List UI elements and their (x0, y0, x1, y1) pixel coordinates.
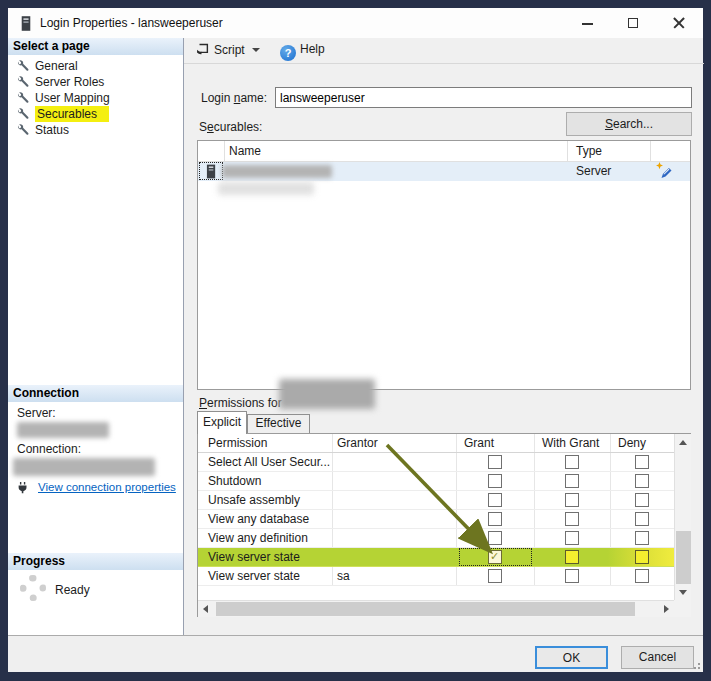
deny-checkbox[interactable] (635, 531, 649, 545)
script-button[interactable]: Script (192, 40, 264, 62)
column-header-name: Name (229, 144, 261, 158)
permission-row[interactable]: Unsafe assembly (198, 491, 674, 510)
grant-checkbox-checked[interactable] (488, 550, 502, 564)
close-button[interactable] (656, 8, 702, 38)
permissions-table: Permission Grantor Grant With Grant Deny… (197, 433, 691, 617)
sidebar: Select a page General Server Roles User … (8, 38, 183, 635)
deny-checkbox[interactable] (635, 569, 649, 583)
permissions-for-label: Permissions for (199, 396, 282, 410)
securables-label: Securables: (199, 120, 262, 134)
securable-row-server[interactable]: Server (198, 162, 690, 181)
deny-checkbox[interactable] (635, 512, 649, 526)
ok-button[interactable]: OK (535, 646, 608, 669)
grant-checkbox[interactable] (488, 474, 502, 488)
main-panel: Script ?Help Login name: Securables: Sea… (183, 38, 703, 635)
scroll-left-arrow-icon[interactable] (203, 605, 208, 613)
with-grant-checkbox[interactable] (565, 569, 579, 583)
script-button-label: Script (214, 43, 245, 57)
grant-checkbox[interactable] (488, 493, 502, 507)
tab-effective[interactable]: Effective (247, 414, 310, 433)
search-button[interactable]: Search... (566, 112, 692, 136)
select-a-page-header: Select a page (8, 38, 183, 55)
with-grant-checkbox[interactable] (565, 550, 579, 564)
deny-checkbox[interactable] (635, 550, 649, 564)
permission-row[interactable]: View server state sa (198, 567, 674, 586)
toolbar: Script ?Help (184, 38, 704, 64)
scroll-up-arrow-icon[interactable] (679, 440, 687, 445)
server-label: Server: (17, 406, 56, 420)
login-name-input[interactable] (275, 87, 692, 108)
column-header-grant: Grant (464, 436, 494, 450)
permission-row[interactable]: Select All User Secur... (198, 453, 674, 472)
server-icon (206, 164, 217, 179)
sidebar-item-label: User Mapping (35, 90, 110, 106)
deny-checkbox[interactable] (635, 493, 649, 507)
star-pencil-edit-icon[interactable] (655, 162, 673, 180)
redacted-securable-name (222, 165, 332, 178)
with-grant-checkbox[interactable] (565, 474, 579, 488)
wrench-icon (17, 91, 30, 104)
server-icon (20, 15, 32, 32)
sidebar-item-label: Server Roles (35, 74, 104, 90)
permission-row[interactable]: Shutdown (198, 472, 674, 491)
maximize-button[interactable] (610, 8, 656, 38)
horizontal-scrollbar[interactable] (198, 600, 674, 617)
grant-checkbox[interactable] (488, 569, 502, 583)
login-name-label: Login name: (201, 91, 267, 105)
scroll-down-arrow-icon[interactable] (679, 590, 687, 595)
footer: OK Cancel (8, 635, 703, 672)
vertical-scrollbar-thumb[interactable] (676, 531, 691, 584)
permission-row-view-server-state-highlighted[interactable]: View server state (198, 548, 674, 567)
permission-row[interactable]: View any database (198, 510, 674, 529)
progress-header: Progress (8, 553, 183, 570)
with-grant-checkbox[interactable] (565, 455, 579, 469)
with-grant-checkbox[interactable] (565, 531, 579, 545)
redacted-smudge (218, 182, 314, 195)
help-button-label: Help (300, 42, 325, 56)
deny-checkbox[interactable] (635, 474, 649, 488)
scroll-right-arrow-icon[interactable] (664, 605, 669, 613)
horizontal-scrollbar-thumb[interactable] (216, 602, 635, 616)
sidebar-item-label: Status (35, 122, 69, 138)
minimize-button[interactable] (564, 8, 610, 38)
wrench-icon (17, 59, 30, 72)
tab-explicit[interactable]: Explicit (197, 411, 247, 434)
vertical-scrollbar[interactable] (674, 434, 691, 600)
wrench-icon (17, 123, 30, 136)
permission-row[interactable]: View any definition (198, 529, 674, 548)
spinner-icon (20, 575, 46, 601)
securable-type: Server (576, 164, 611, 178)
grant-checkbox[interactable] (488, 455, 502, 469)
column-header-deny: Deny (618, 436, 646, 450)
deny-checkbox[interactable] (635, 455, 649, 469)
help-circle-icon: ? (280, 45, 296, 61)
script-icon (196, 42, 210, 56)
wrench-icon (17, 107, 30, 120)
column-header-type: Type (576, 144, 602, 158)
sidebar-item-label: Securables (35, 106, 109, 122)
sidebar-item-securables[interactable]: Securables (8, 106, 183, 122)
window-title: Login Properties - lansweeperuser (40, 8, 223, 38)
redacted-permissions-target (279, 379, 375, 409)
plug-icon (16, 481, 30, 495)
permissions-table-header: Permission Grantor Grant With Grant Deny (198, 434, 674, 453)
sidebar-item-user-mapping[interactable]: User Mapping (8, 90, 183, 106)
grant-checkbox[interactable] (488, 531, 502, 545)
sidebar-item-server-roles[interactable]: Server Roles (8, 74, 183, 90)
redacted-server-name (17, 422, 109, 438)
help-button[interactable]: ?Help (276, 40, 329, 62)
column-header-with-grant: With Grant (542, 436, 599, 450)
row-selector-cell (199, 162, 223, 180)
cancel-button[interactable]: Cancel (621, 646, 694, 669)
title-bar[interactable]: Login Properties - lansweeperuser (8, 8, 703, 38)
view-connection-properties-link[interactable]: View connection properties (38, 481, 176, 493)
with-grant-checkbox[interactable] (565, 493, 579, 507)
sidebar-item-status[interactable]: Status (8, 122, 183, 138)
connection-label: Connection: (17, 442, 81, 456)
with-grant-checkbox[interactable] (565, 512, 579, 526)
sidebar-item-general[interactable]: General (8, 58, 183, 74)
grant-checkbox[interactable] (488, 512, 502, 526)
chevron-down-icon (252, 48, 260, 52)
column-header-grantor: Grantor (337, 436, 378, 450)
sidebar-item-label: General (35, 58, 78, 74)
